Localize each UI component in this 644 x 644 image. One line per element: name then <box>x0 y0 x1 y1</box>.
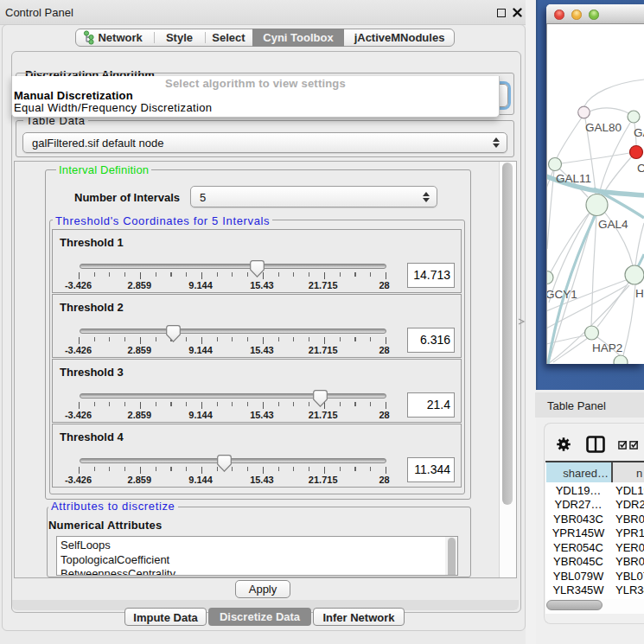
svg-text:GCY1: GCY1 <box>546 288 577 301</box>
svg-text:GA: GA <box>634 126 644 139</box>
svg-text:GAL80: GAL80 <box>585 121 622 134</box>
svg-text:H: H <box>635 287 644 300</box>
svg-text:C: C <box>637 162 644 175</box>
svg-text:GAL11: GAL11 <box>556 172 591 185</box>
svg-text:GAL4: GAL4 <box>598 218 628 231</box>
svg-text:HAP2: HAP2 <box>592 341 622 354</box>
